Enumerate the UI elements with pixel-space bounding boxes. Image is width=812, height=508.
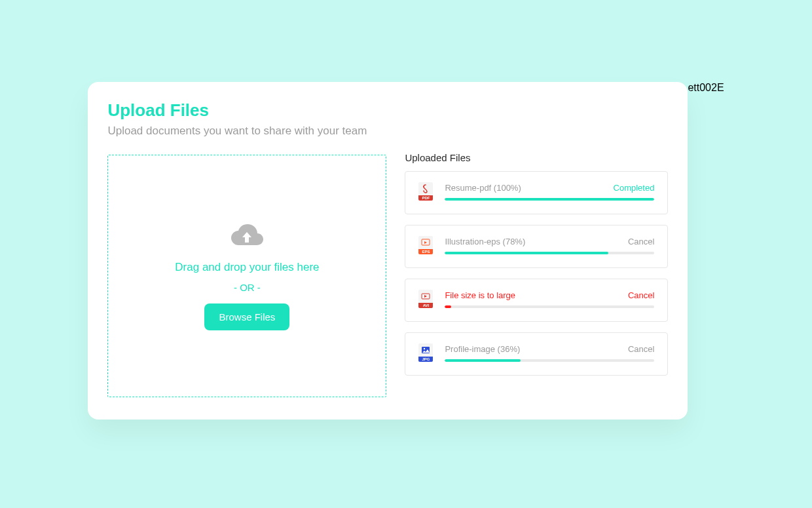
dropzone[interactable]: Drag and drop your files here - OR - Bro… — [107, 155, 386, 397]
file-name: Illustration-eps (78%) — [445, 237, 525, 246]
progress-bar — [445, 198, 654, 201]
svg-marker-4 — [424, 295, 427, 298]
progress-bar — [445, 252, 608, 254]
uploaded-file-row: AVI File size is to large Cancel — [405, 279, 668, 322]
file-name: Resume-pdf (100%) — [445, 183, 521, 193]
progress-bar — [445, 305, 451, 308]
jpg-file-icon: JPG — [418, 343, 433, 362]
svg-marker-2 — [424, 241, 427, 244]
file-error-message: File size is to large — [445, 290, 515, 300]
uploaded-file-row: PDF Resume-pdf (100%) Completed — [405, 171, 668, 214]
uploaded-heading: Uploaded Files — [405, 152, 668, 163]
svg-point-6 — [424, 348, 425, 349]
progress-track — [445, 305, 654, 308]
cloud-upload-icon — [229, 222, 265, 248]
uploaded-file-row: JPG Profile-image (36%) Cancel — [405, 332, 668, 376]
uploaded-panel: Uploaded Files PDF Resume-pdf (100%) Com… — [405, 155, 668, 397]
dropzone-instruction: Drag and drop your files here — [175, 261, 319, 274]
svg-point-0 — [423, 186, 424, 187]
page-title: Upload Files — [107, 100, 668, 121]
file-body: Profile-image (36%) Cancel — [445, 344, 654, 362]
progress-bar — [445, 359, 520, 362]
progress-track — [445, 359, 654, 362]
browse-files-button[interactable]: Browse Files — [204, 303, 289, 330]
file-body: Illustration-eps (78%) Cancel — [445, 237, 654, 254]
eps-file-icon: EPS — [418, 236, 433, 254]
avi-file-icon: AVI — [418, 290, 433, 308]
pdf-file-icon: PDF — [418, 182, 433, 201]
upload-card: Upload Files Upload documents you want t… — [88, 82, 688, 420]
columns: Drag and drop your files here - OR - Bro… — [107, 155, 668, 397]
file-body: Resume-pdf (100%) Completed — [445, 183, 654, 201]
file-body: File size is to large Cancel — [445, 290, 654, 308]
uploaded-file-row: EPS Illustration-eps (78%) Cancel — [405, 225, 668, 268]
cancel-upload-button[interactable]: Cancel — [628, 237, 654, 246]
file-status-completed: Completed — [614, 183, 655, 193]
dropzone-or: - OR - — [234, 282, 261, 293]
progress-track — [445, 252, 654, 254]
progress-track — [445, 198, 654, 201]
cancel-upload-button[interactable]: Cancel — [628, 344, 654, 354]
page-subtitle: Upload documents you want to share with … — [107, 125, 668, 138]
file-name: Profile-image (36%) — [445, 344, 520, 354]
cancel-upload-button[interactable]: Cancel — [628, 290, 654, 300]
